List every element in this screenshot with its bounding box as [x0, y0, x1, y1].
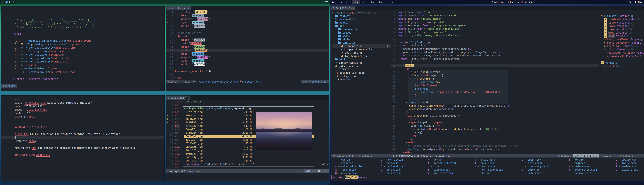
wifi-icon[interactable]	[629, 1, 632, 3]
coc-explorer-pane[interactable]: ▾ [FILE]: blog /home/chris/Rep content J…	[331, 10, 392, 154]
file-row: ad6v90y.jpg3.05 M	[184, 156, 314, 159]
hover-line: propTypes: {	[409, 87, 506, 90]
hover-line: ({ children }: {	[409, 77, 506, 80]
phone-icon[interactable]	[9, 1, 11, 3]
code-editor-pane[interactable]: 1import React from "react"2import Layout…	[392, 10, 599, 154]
tree-item: JS node_modules	[332, 18, 391, 21]
terminal-aliases[interactable]: aliases.zsh >_ 1alias lg='lazygit' 2ali …	[166, 95, 329, 181]
whichkey-col-5[interactable]: o → open linkP → prev errorp → prev diag…	[522, 158, 569, 176]
keybinding: q → quickfix	[522, 168, 569, 171]
terminal-markdown[interactable]: ---title: Alacritty GPU Accelerated Term…	[1, 95, 164, 181]
keybinding: O → outline	[475, 171, 522, 175]
tab-blog-post-js[interactable]: blog-post.js JS	[331, 6, 356, 10]
startify-line: [3] >_ ~/.config/zsh/aliases.zsh	[9, 49, 164, 53]
startify-buffer[interactable]: _ __ _ __ ___ __ ___ / |/ / __(_)_ _ / |…	[1, 6, 164, 81]
alacritty-statusline: Mach 2 | master ϟ <ig/alacritty/alacritt…	[166, 80, 328, 83]
keybinding: I → diagnostics	[428, 168, 475, 171]
tree-item: JS gatsby-config.js	[332, 61, 391, 64]
whichkey-col-2[interactable]: b → next actionc → commandsD → declarati…	[381, 158, 428, 176]
hover-line: (alias) const Layout: {	[409, 74, 506, 77]
whichkey-col-1[interactable]: . → config ; → refactor A → selected act…	[334, 158, 381, 176]
outline-item: ⚙ marginLeft Property:36	[601, 54, 644, 58]
tree-item: src	[332, 24, 391, 28]
workspace-switcher[interactable]: 1 ◉ 2 ▯ 3 V 4 □ 8 ● 9 ≡	[336, 0, 384, 4]
yaml-line: ~15 blue: "#81A1C1"	[166, 14, 328, 17]
code-line: 2import Layout from "../components/layou…	[392, 14, 599, 17]
code-line: 43 </div>	[392, 151, 599, 154]
whichkey-col-7[interactable]: U → update CoCv → tag viewerZ → enable C…	[616, 158, 644, 176]
workspace-2[interactable]: 2 ▯	[344, 0, 352, 4]
code-line: 12 props.data.markdownRemark.frontmatter…	[392, 47, 599, 50]
aliases-statusline: .config/zsh/aliases.zsh zsh 28% ≡ 8/40 :…	[166, 169, 328, 173]
file-row: -rwxrwxrwx 1 root root 4.14M 2020-05-14 …	[184, 162, 314, 166]
code-line: 7import "katex/dist/katex.min.css"	[392, 30, 599, 34]
outline-item: x Variable	[601, 61, 644, 64]
outline-tree[interactable]: ƒ BlogPost Function:10 x thumbnail Varia…	[601, 11, 644, 68]
cmdline-text: function BlogPost(props) {	[331, 176, 644, 179]
file-picker-float[interactable]: chris@machine ~/Pics/wallpapers/6QbF0pb.…	[183, 106, 314, 167]
whichkey-col-3[interactable]: F → formatf → format selectedh → hideI →…	[428, 158, 475, 176]
code-line: 1import React from "react"	[392, 10, 599, 14]
workspace-3-active[interactable]: 3 V	[352, 0, 360, 4]
polybar-right: Λ 1 ◉ 2 ▯ 3 V 4 □ 8 ● 9 ≡ nvim ♫ America…	[330, 0, 644, 4]
hover-line: (alias) module Layout	[409, 70, 506, 74]
hover-line: import Layout	[409, 100, 506, 104]
code-line: 39 ))}	[392, 137, 599, 141]
outline-item: ⚙ backgroundColor Property:	[601, 41, 644, 44]
keybinding: ; → refactor	[334, 161, 381, 165]
filename-segment: src/templates/blog-post.js Prettier TSC	[393, 154, 450, 157]
tree-item: │ │ # blog-post.module.le	[332, 48, 391, 51]
workspace-1[interactable]: 1 ◉	[336, 0, 344, 4]
file-row: 30iNVBw.jpg3.11 M	[184, 152, 314, 156]
hover-line: children: PropTypes.Validator<PropTypes.…	[409, 90, 506, 94]
markdown-line	[1, 129, 164, 132]
volume-icon[interactable]	[634, 1, 636, 3]
workspace-8[interactable]: 8 ●	[368, 0, 376, 4]
discord-icon[interactable]: ⌣	[2, 1, 4, 3]
yaml-line: 31background_opacity: 1.0	[166, 69, 328, 73]
filename-segment: .config/zsh/aliases.zsh	[167, 170, 201, 173]
tree-item: │ components	[332, 28, 391, 31]
lock-icon	[240, 81, 241, 82]
code-line: 31 />	[392, 111, 599, 114]
workspace-4[interactable]: 4 □	[360, 0, 368, 4]
markdown-line	[1, 122, 164, 125]
workspace-9[interactable]: 9 ≡	[376, 0, 384, 4]
alacritty-buffer[interactable]: ~14 yellow: "#EBCB8B"~15 blue: "#81A1C1"…	[166, 10, 328, 80]
date-label: May 25, 2020	[638, 1, 644, 3]
code-line: 9	[392, 37, 599, 40]
bluetooth-icon[interactable]: B	[6, 1, 8, 3]
explorer-statusline: <c-explorer]-1[-] Prettier…	[331, 154, 392, 158]
startify-line: [0] ⬇ ~/Repos/blog/content/Linux/06-alac…	[9, 39, 164, 42]
code-line: 37 {tag}	[392, 131, 599, 134]
startify-line	[9, 8, 164, 11]
wallpaper-preview-image	[256, 112, 312, 150]
file-tree[interactable]: ▾ [FILE]: blog /home/chris/Rep content J…	[332, 11, 391, 81]
tab-alacritty-yml[interactable]: alacritty.yml ⚙	[166, 6, 191, 10]
system-tray[interactable]: ⌣ B !	[0, 0, 16, 4]
keybinding: F → format	[428, 158, 475, 161]
nvim-tabline: blog-post.js JS	[331, 6, 644, 10]
outline-item: x title Variable:14	[601, 21, 644, 24]
keybinding: . → config	[334, 158, 381, 161]
now-playing-label[interactable]: ♫ America - A Horse with No Name	[492, 1, 534, 3]
whichkey-col-6[interactable]: r → renameS → snippetss → referencest → …	[569, 158, 616, 176]
terminal-startify[interactable]: _ __ _ __ ___ __ ___ / |/ / __(_)_ _ / |…	[1, 6, 164, 91]
markdown-line: title: Alacritty GPU Accelerated Termina…	[1, 101, 164, 105]
tree-item: JS gatsby-node.js	[332, 64, 391, 68]
markdown-buffer[interactable]: ---title: Alacritty GPU Accelerated Term…	[1, 96, 164, 157]
hover-line: };	[409, 94, 506, 97]
position-segment: 23% ≡ 17/71 : 9	[573, 154, 599, 158]
terminal-nvim[interactable]: blog-post.js JS ▾ [FILE]: blog /home/chr…	[331, 6, 644, 181]
terminal-alacritty-config[interactable]: alacritty.yml ⚙ ~14 yellow: "#EBCB8B"~15…	[166, 6, 329, 91]
yaml-line: 19	[166, 28, 328, 31]
tab-aliases-zsh[interactable]: aliases.zsh >_	[166, 96, 190, 100]
whichkey-col-4[interactable]: j → float jumpl → code lensN → next erro…	[475, 158, 522, 176]
vista-outline-pane[interactable]: ƒ BlogPost Function:10 x thumbnail Varia…	[599, 10, 644, 154]
notification-icon[interactable]: !	[12, 1, 15, 3]
code-line: 6import style from "./blog-post.module.l…	[392, 27, 599, 30]
code-line: 8import "../style/themes/prism-darcula.l…	[392, 34, 599, 37]
code-line: 41 {/* <Share title={title} url={url} pa…	[392, 144, 599, 148]
hover-line: children: any;	[409, 80, 506, 84]
outline-item: x prev Variable:15	[601, 31, 644, 34]
